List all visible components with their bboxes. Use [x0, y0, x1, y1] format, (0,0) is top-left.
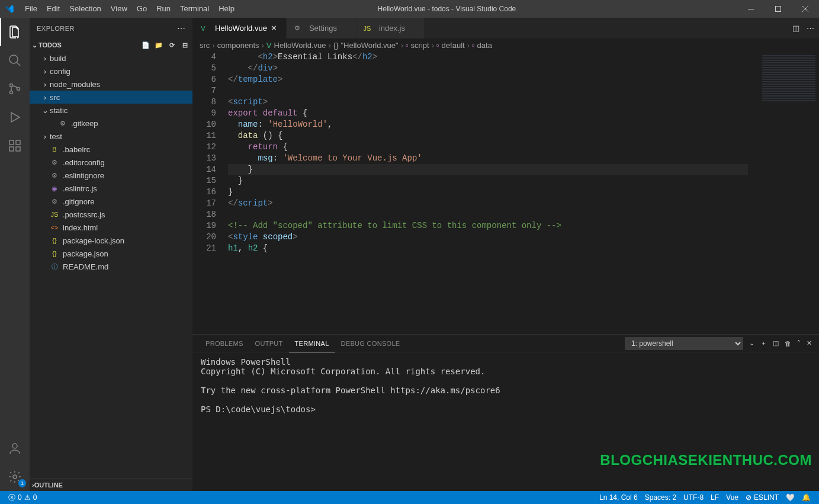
file-README.md[interactable]: ⓘREADME.md	[30, 260, 192, 273]
activity-debug-icon[interactable]	[0, 103, 30, 131]
breadcrumb-item[interactable]: V HelloWorld.vue	[266, 41, 326, 50]
menu-go[interactable]: Go	[132, 0, 152, 18]
close-tab-icon[interactable]: ✕	[271, 24, 280, 33]
tree-item-label: .gitkeep	[71, 119, 98, 128]
folder-config[interactable]: ›config	[30, 65, 192, 78]
file-.eslintignore[interactable]: ⚙.eslintignore	[30, 169, 192, 182]
vscode-logo-icon	[5, 4, 14, 14]
maximize-panel-icon[interactable]: ˄	[797, 339, 801, 347]
close-button[interactable]	[792, 0, 819, 18]
minimap[interactable]	[748, 52, 819, 334]
outline-section-header[interactable]: › OUTLINE	[30, 478, 192, 491]
status-bell-icon[interactable]: 🔔	[798, 491, 814, 504]
editor-tabs: VHelloWorld.vue✕⚙Settings✕JSindex.js✕ ◫ …	[192, 18, 819, 38]
file-.babelrc[interactable]: B.babelrc	[30, 143, 192, 156]
breadcrumb-item[interactable]: {} "HelloWorld.vue"	[333, 41, 399, 50]
menu-edit[interactable]: Edit	[42, 0, 65, 18]
tree-item-label: build	[50, 54, 66, 63]
new-folder-icon[interactable]: 📁	[153, 41, 164, 49]
status-feedback-icon[interactable]: 🤍	[782, 491, 798, 504]
explorer-section-header[interactable]: ⌄ TODOS 📄 📁 ⟳ ⊟	[30, 38, 192, 52]
svg-point-4	[10, 91, 13, 94]
code-editor[interactable]: 456789101112131415161718192021 <h2>Essen…	[192, 52, 819, 334]
tab-settings[interactable]: ⚙Settings✕	[287, 18, 356, 38]
terminal-dropdown-icon[interactable]: ⌄	[749, 339, 754, 347]
panel-tab-output[interactable]: OUTPUT	[249, 335, 289, 352]
file-.editorconfig[interactable]: ⚙.editorconfig	[30, 156, 192, 169]
tab-index-js[interactable]: JSindex.js✕	[356, 18, 425, 38]
file-.gitkeep[interactable]: ⚙.gitkeep	[30, 117, 192, 130]
file-icon: ◉	[50, 184, 59, 193]
breadcrumbs[interactable]: src›components›V HelloWorld.vue›{} "Hell…	[192, 38, 819, 52]
file-index.html[interactable]: <>index.html	[30, 221, 192, 234]
split-editor-icon[interactable]: ◫	[792, 24, 799, 33]
folder-build[interactable]: ›build	[30, 52, 192, 65]
minimize-button[interactable]	[737, 0, 765, 18]
menu-selection[interactable]: Selection	[65, 0, 105, 18]
new-terminal-icon[interactable]: ＋	[760, 339, 767, 348]
panel-tab-terminal[interactable]: TERMINAL	[289, 335, 335, 352]
terminal-line: Copyright (C) Microsoft Corporation. All…	[201, 367, 811, 376]
file-.postcssrc.js[interactable]: JS.postcssrc.js	[30, 208, 192, 221]
activity-account-icon[interactable]	[0, 434, 30, 463]
status-cursor-position[interactable]: Ln 14, Col 6	[596, 491, 641, 504]
status-eslint[interactable]: ⊘ESLINT	[742, 491, 782, 504]
refresh-icon[interactable]: ⟳	[166, 41, 177, 49]
folder-static[interactable]: ⌄static	[30, 104, 192, 117]
file-icon: ⚙	[50, 197, 59, 206]
file-.gitignore[interactable]: ⚙.gitignore	[30, 195, 192, 208]
tab-helloworld-vue[interactable]: VHelloWorld.vue✕	[192, 18, 287, 38]
svg-point-2	[9, 55, 18, 63]
svg-rect-7	[9, 147, 14, 151]
gear-icon: ⚙	[293, 24, 302, 33]
activity-scm-icon[interactable]	[0, 75, 30, 103]
code-content[interactable]: <h2>Essential Links</h2> </div></templat…	[228, 52, 748, 334]
status-problems[interactable]: ⓧ0 ⚠0	[5, 491, 40, 504]
tab-label: HelloWorld.vue	[215, 24, 267, 33]
warning-icon: ⚠	[24, 493, 31, 502]
sidebar-more-icon[interactable]: ⋯	[177, 24, 186, 33]
activity-settings-icon[interactable]: 1	[0, 463, 30, 491]
kill-terminal-icon[interactable]: 🗑	[785, 340, 791, 347]
menu-help[interactable]: Help	[214, 0, 239, 18]
chevron-down-icon: ⌄	[40, 106, 50, 115]
breadcrumb-item[interactable]: src	[200, 41, 210, 50]
status-encoding[interactable]: UTF-8	[680, 491, 707, 504]
breadcrumb-item[interactable]: components	[217, 41, 259, 50]
file-package-lock.json[interactable]: {}package-lock.json	[30, 234, 192, 247]
activity-explorer-icon[interactable]	[0, 18, 30, 46]
panel-tab-problems[interactable]: PROBLEMS	[200, 335, 249, 352]
maximize-button[interactable]	[765, 0, 792, 18]
folder-node_modules[interactable]: ›node_modules	[30, 78, 192, 91]
project-name: TODOS	[38, 41, 62, 49]
panel-tab-debug-console[interactable]: DEBUG CONSOLE	[335, 335, 406, 352]
menu-view[interactable]: View	[106, 0, 132, 18]
collapse-icon[interactable]: ⊟	[179, 41, 190, 49]
status-language[interactable]: Vue	[722, 491, 742, 504]
activity-search-icon[interactable]	[0, 46, 30, 75]
file-.eslintrc.js[interactable]: ◉.eslintrc.js	[30, 182, 192, 195]
watermark-text: BLOGCHIASEKIENTHUC.COM	[600, 452, 812, 468]
activity-extensions-icon[interactable]	[0, 131, 30, 160]
menu-terminal[interactable]: Terminal	[175, 0, 214, 18]
menu-run[interactable]: Run	[152, 0, 175, 18]
terminal[interactable]: Windows PowerShellCopyright (C) Microsof…	[192, 352, 819, 491]
status-indentation[interactable]: Spaces: 2	[641, 491, 680, 504]
svg-rect-1	[776, 7, 781, 12]
new-file-icon[interactable]: 📄	[140, 41, 151, 49]
breadcrumb-item[interactable]: ▫ default	[436, 41, 465, 50]
terminal-line: Windows PowerShell	[201, 357, 811, 367]
status-eol[interactable]: LF	[707, 491, 722, 504]
svg-rect-9	[16, 140, 20, 145]
close-panel-icon[interactable]: ✕	[807, 339, 812, 347]
breadcrumb-item[interactable]: ▫ data	[472, 41, 492, 50]
svg-point-10	[12, 444, 17, 448]
folder-test[interactable]: ›test	[30, 130, 192, 143]
more-actions-icon[interactable]: ⋯	[807, 24, 814, 33]
breadcrumb-item[interactable]: ▫ script	[406, 41, 429, 50]
folder-src[interactable]: ›src	[30, 91, 192, 104]
file-package.json[interactable]: {}package.json	[30, 247, 192, 260]
terminal-selector[interactable]: 1: powershell	[625, 337, 743, 350]
menu-file[interactable]: File	[20, 0, 42, 18]
split-terminal-icon[interactable]: ◫	[773, 339, 779, 347]
